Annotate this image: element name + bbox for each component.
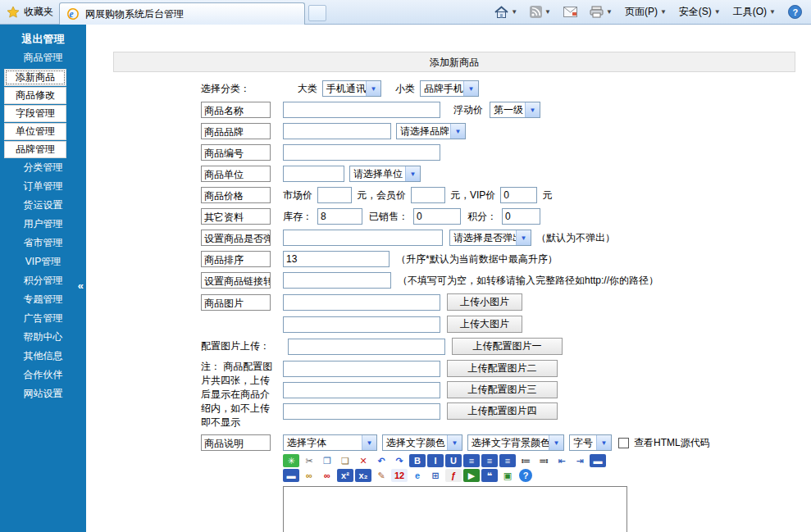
sidebar-item[interactable]: 专题管理	[0, 291, 86, 310]
bold-icon[interactable]: B	[409, 454, 426, 467]
insert-table-icon[interactable]: ⊞	[427, 469, 444, 482]
sidebar-item[interactable]: 退出管理	[0, 30, 86, 49]
bullet-list-icon[interactable]: ≔	[517, 454, 534, 467]
page-menu-button[interactable]: 页面(P) ▼	[622, 3, 669, 20]
view-html-checkbox[interactable]	[618, 438, 629, 448]
insert-media-icon[interactable]: ▶	[463, 469, 480, 482]
print-button[interactable]: ▼	[587, 4, 615, 20]
web-link-icon[interactable]: ∞	[301, 469, 317, 482]
favorites-button[interactable]: 收藏夹	[7, 5, 53, 19]
insert-comment-icon[interactable]: ❝	[481, 469, 498, 482]
unit-select[interactable]: 请选择单位▼	[349, 166, 421, 182]
align-center-icon[interactable]: ≡	[481, 454, 498, 467]
config-image-4-input[interactable]	[283, 403, 440, 420]
sidebar-item[interactable]: VIP管理	[0, 253, 86, 272]
sort-input[interactable]	[283, 251, 390, 267]
browser-tab[interactable]: e 网展购物系统后台管理	[59, 2, 305, 25]
text-color-select[interactable]: 选择文字颜色▼	[382, 434, 462, 451]
config-image-3-input[interactable]	[283, 382, 440, 398]
sidebar-item[interactable]: 帮助中心	[0, 329, 86, 348]
unit-input[interactable]	[283, 166, 344, 182]
italic-icon[interactable]: I	[427, 454, 444, 467]
brand-select[interactable]: 请选择品牌▼	[396, 123, 466, 139]
sidebar-item[interactable]: 商品管理	[0, 49, 86, 68]
vip-price-input[interactable]	[500, 187, 537, 203]
sidebar-item[interactable]: 积分管理	[0, 272, 86, 291]
market-price-input[interactable]	[317, 187, 352, 203]
sidebar-item[interactable]: 货运设置	[0, 197, 86, 216]
undo-icon[interactable]: ↶	[373, 454, 390, 467]
web-unlink-icon[interactable]: ∞	[319, 469, 335, 482]
upload-small-image-button[interactable]: 上传小图片	[447, 293, 522, 311]
highlight-pen-icon[interactable]: ✎	[373, 469, 390, 482]
redo-icon[interactable]: ↷	[391, 454, 408, 467]
float-price-select[interactable]: 第一级▼	[490, 102, 540, 118]
help-button[interactable]: ?	[786, 3, 804, 20]
indent-icon[interactable]: ⇥	[572, 454, 588, 467]
font-select[interactable]: 选择字体▼	[283, 434, 377, 451]
insert-date-icon[interactable]: 12	[391, 469, 408, 482]
superscript-icon[interactable]: x²	[337, 469, 353, 482]
new-tab-button[interactable]	[308, 5, 326, 21]
sidebar-item[interactable]: 字段管理	[4, 105, 66, 122]
product-name-input[interactable]	[283, 102, 440, 118]
sidebar-item[interactable]: 品牌管理	[4, 141, 66, 158]
config-image-1-input[interactable]	[288, 339, 445, 355]
read-mail-button[interactable]	[561, 5, 580, 19]
sidebar-item[interactable]: 分类管理	[0, 159, 86, 178]
font-size-select[interactable]: 字号▼	[569, 434, 612, 451]
numbered-list-icon[interactable]: ≕	[535, 454, 552, 467]
upload-config-image-1-button[interactable]: 上传配置图片一	[452, 338, 563, 355]
sidebar-item[interactable]: 省市管理	[0, 234, 86, 253]
popup-input[interactable]	[283, 230, 443, 246]
upload-config-image-3-button[interactable]: 上传配置图片三	[447, 381, 558, 398]
copy-icon[interactable]: ❐	[319, 454, 335, 467]
upload-config-image-4-button[interactable]: 上传配置图片四	[447, 402, 558, 420]
insert-flash-icon[interactable]: ƒ	[445, 469, 462, 482]
popup-select[interactable]: 请选择是否弹出▼	[449, 230, 531, 246]
points-input[interactable]	[502, 208, 540, 225]
sidebar-item[interactable]: 单位管理	[4, 123, 66, 140]
safety-menu-button[interactable]: 安全(S) ▼	[677, 3, 723, 20]
link-input[interactable]	[283, 272, 391, 289]
browser-preview-icon[interactable]: e	[409, 469, 426, 482]
stock-input[interactable]	[317, 208, 362, 225]
underline-icon[interactable]: U	[445, 454, 462, 467]
tools-menu-button[interactable]: 工具(O) ▼	[731, 3, 778, 20]
description-textarea[interactable]	[283, 486, 627, 532]
brand-input[interactable]	[283, 123, 391, 139]
sidebar-collapse-icon[interactable]: «	[78, 280, 84, 292]
paste-icon[interactable]: ❏	[337, 454, 353, 467]
feeds-button[interactable]: ▼	[527, 4, 554, 20]
upload-big-image-button[interactable]: 上传大图片	[447, 316, 522, 333]
editor-help-icon[interactable]: ?	[519, 469, 532, 482]
config-image-2-input[interactable]	[283, 361, 440, 377]
big-image-input[interactable]	[283, 316, 440, 333]
upload-config-image-2-button[interactable]: 上传配置图片二	[447, 360, 558, 377]
big-category-select[interactable]: 手机通讯▼	[322, 80, 381, 97]
sidebar-item[interactable]: 其他信息	[0, 348, 86, 366]
small-category-select[interactable]: 品牌手机▼	[420, 80, 479, 97]
sidebar-item[interactable]: 添新商品	[4, 69, 66, 86]
text-bgcolor-select[interactable]: 选择文字背景颜色▼	[467, 434, 564, 451]
small-image-input[interactable]	[283, 294, 440, 311]
delete-icon[interactable]: ✕	[355, 454, 371, 467]
sidebar-item[interactable]: 用户管理	[0, 216, 86, 234]
sidebar-item[interactable]: 合作伙伴	[0, 366, 86, 385]
insert-image-icon[interactable]: ▣	[499, 469, 516, 482]
cut-icon[interactable]: ✂	[301, 454, 317, 467]
sku-input[interactable]	[283, 144, 440, 161]
sold-input[interactable]	[413, 208, 461, 225]
home-button[interactable]: ▼	[492, 4, 520, 20]
sidebar-item[interactable]: 广告管理	[0, 310, 86, 329]
separator-icon[interactable]: ▬	[283, 469, 299, 482]
horizontal-rule-icon[interactable]: ▬	[590, 454, 606, 467]
outdent-icon[interactable]: ⇤	[554, 454, 570, 467]
align-left-icon[interactable]: ≡	[463, 454, 480, 467]
sidebar-item[interactable]: 商品修改	[4, 87, 66, 104]
spellcheck-icon[interactable]: ✳	[283, 454, 299, 467]
member-price-input[interactable]	[411, 187, 445, 203]
sidebar-item[interactable]: 网站设置	[0, 385, 86, 404]
subscript-icon[interactable]: x₂	[355, 469, 371, 482]
align-right-icon[interactable]: ≡	[499, 454, 516, 467]
